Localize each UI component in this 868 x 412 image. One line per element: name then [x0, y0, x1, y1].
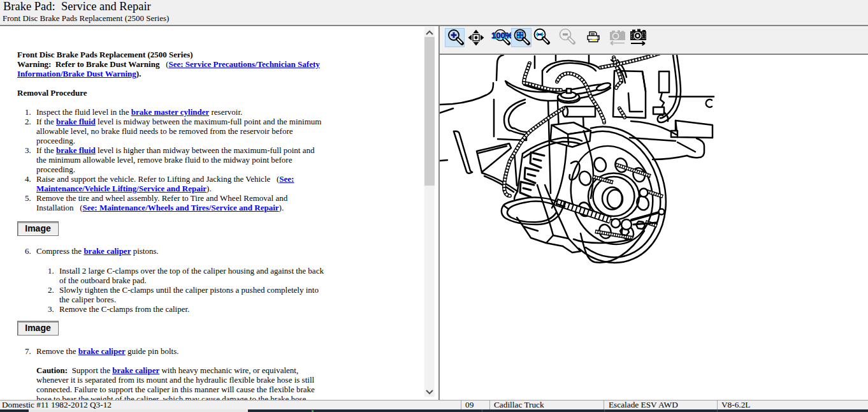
- svg-text:100%: 100%: [491, 31, 511, 40]
